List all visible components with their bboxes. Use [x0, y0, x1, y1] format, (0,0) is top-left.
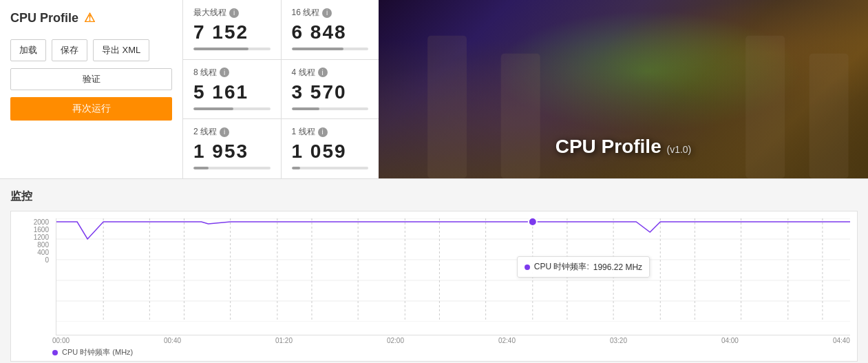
info-icon[interactable]: i [220, 127, 229, 137]
metric-bar-fill [292, 167, 300, 169]
metric-bar [292, 167, 369, 169]
app-title-bar: CPU Profile ⚠ [10, 7, 172, 25]
tooltip-value: 1996.22 MHz [593, 262, 642, 272]
x-label: 03:20 [610, 337, 627, 344]
metric-cell-1_thread: 1 线程 i 1 059 [282, 119, 379, 178]
metric-bar-fill [292, 48, 344, 50]
metric-value: 7 152 [193, 21, 271, 43]
y-label: 800 [18, 241, 52, 249]
metric-cell-max_threads: 最大线程 i 7 152 [183, 0, 281, 59]
y-label: 1600 [18, 226, 52, 234]
metric-bar-fill [292, 107, 319, 110]
metric-label: 16 线程 i [292, 7, 369, 19]
y-label: 1200 [18, 234, 52, 241]
metric-label: 2 线程 i [193, 126, 271, 138]
x-label: 02:40 [498, 337, 516, 344]
y-label: 0 [18, 256, 52, 264]
x-label: 02:00 [387, 337, 404, 344]
app-title-text: CPU Profile [10, 11, 78, 25]
svg-point-28 [529, 218, 537, 226]
x-axis: 00:0000:4001:2002:0002:4003:2004:0004:40 [18, 335, 850, 344]
tooltip-label: CPU 时钟频率: [534, 261, 589, 273]
svg-rect-1 [501, 54, 540, 178]
tooltip-dot [525, 265, 530, 270]
svg-rect-2 [745, 36, 785, 178]
chart-legend: CPU 时钟频率 (MHz) [18, 347, 850, 357]
metric-bar [292, 107, 369, 110]
metric-value: 6 848 [292, 21, 369, 43]
svg-rect-0 [427, 36, 467, 178]
x-label: 01:20 [275, 337, 293, 344]
svg-rect-3 [809, 54, 849, 178]
warning-icon: ⚠ [84, 10, 95, 25]
monitor-section: 监控 2000160012008004000 [0, 179, 868, 363]
info-icon[interactable]: i [229, 8, 239, 18]
chart-tooltip: CPU 时钟频率: 1996.22 MHz [517, 256, 650, 278]
y-label: 2000 [18, 218, 52, 226]
x-label: 00:40 [164, 337, 181, 344]
run-again-button[interactable]: 再次运行 [10, 97, 172, 121]
hero-version: (v1.0) [667, 144, 692, 155]
hero-title: CPU Profile (v1.0) [555, 136, 692, 157]
metrics-grid: 最大线程 i 7 152 16 线程 i 6 848 8 线程 i 5 161 … [182, 0, 379, 178]
metric-cell-16_threads: 16 线程 i 6 848 [282, 0, 379, 59]
metric-bar [193, 107, 271, 110]
metric-bar [292, 48, 369, 50]
metric-cell-4_threads: 4 线程 i 3 570 [282, 60, 379, 119]
chart-plot: CPU 时钟频率: 1996.22 MHz [56, 218, 850, 335]
metric-bar-fill [193, 107, 233, 110]
legend-label: CPU 时钟频率 (MHz) [62, 347, 133, 357]
metric-bar-fill [193, 48, 248, 50]
metric-cell-8_threads: 8 线程 i 5 161 [183, 60, 281, 119]
metric-label: 8 线程 i [193, 67, 271, 79]
metric-value: 1 953 [193, 141, 271, 163]
metric-label: 4 线程 i [292, 67, 369, 79]
info-icon[interactable]: i [318, 127, 328, 137]
info-icon[interactable]: i [220, 68, 229, 77]
hero-image: CPU Profile (v1.0) [379, 0, 868, 178]
info-icon[interactable]: i [322, 8, 332, 18]
info-icon[interactable]: i [318, 68, 328, 77]
x-label: 04:00 [721, 337, 739, 344]
metric-value: 1 059 [292, 141, 369, 163]
metric-value: 5 161 [193, 81, 271, 103]
y-label: 400 [18, 249, 52, 256]
legend-dot [52, 350, 58, 355]
metric-bar-fill [193, 167, 209, 169]
metric-cell-2_threads: 2 线程 i 1 953 [183, 119, 281, 178]
metric-label: 最大线程 i [193, 7, 271, 19]
chart-svg [56, 218, 850, 322]
monitor-title: 监控 [10, 189, 858, 204]
metric-value: 3 570 [292, 81, 369, 103]
x-label: 00:00 [52, 337, 70, 344]
left-panel: CPU Profile ⚠ 加载 保存 导出 XML 验证 再次运行 [0, 0, 182, 178]
export-xml-button[interactable]: 导出 XML [93, 39, 149, 61]
metric-bar [193, 48, 271, 50]
x-label: 04:40 [833, 337, 850, 344]
verify-button[interactable]: 验证 [10, 68, 172, 90]
metric-bar [193, 167, 271, 169]
y-axis: 2000160012008004000 [18, 218, 56, 335]
action-buttons-row: 加载 保存 导出 XML [10, 39, 172, 61]
metric-label: 1 线程 i [292, 126, 369, 138]
load-button[interactable]: 加载 [10, 39, 46, 61]
save-button[interactable]: 保存 [52, 39, 87, 61]
chart-container: 2000160012008004000 [10, 211, 858, 362]
chart-area: 2000160012008004000 [18, 218, 850, 335]
